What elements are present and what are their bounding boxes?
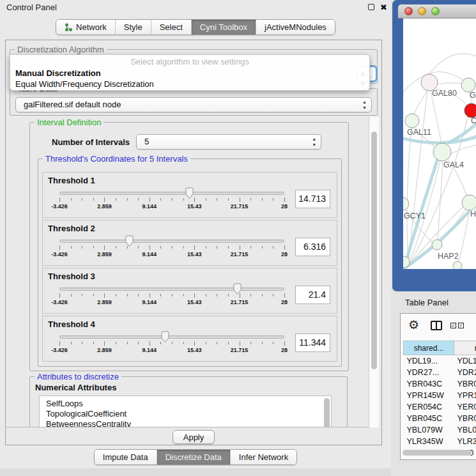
bottom-tab-impute-data[interactable]: Impute Data bbox=[95, 450, 157, 464]
table-row[interactable]: YBR043CYBR0 bbox=[404, 378, 476, 390]
slider-tick bbox=[59, 293, 60, 298]
column-header-2[interactable]: n bbox=[454, 341, 476, 355]
network-node-label: GA bbox=[470, 91, 476, 100]
slider-tick bbox=[194, 341, 195, 346]
network-window-titlebar[interactable] bbox=[398, 4, 476, 19]
table-row[interactable]: YDR27...YDR2 bbox=[404, 367, 476, 378]
slider-track[interactable] bbox=[59, 192, 284, 195]
slider-tick bbox=[250, 342, 251, 344]
horizontal-scrollbar[interactable] bbox=[403, 450, 474, 456]
bottom-tab-discretize-data[interactable]: Discretize Data bbox=[157, 450, 230, 464]
slider-tick bbox=[183, 246, 184, 249]
slider-tick bbox=[250, 294, 251, 296]
threshold-slider[interactable]: -3.4262.8599.14415.4321.71528 bbox=[59, 234, 284, 259]
threshold-slider[interactable]: -3.4262.8599.14415.4321.71528 bbox=[59, 282, 284, 307]
slider-track[interactable] bbox=[59, 335, 284, 339]
slider-tick bbox=[127, 246, 128, 249]
slider-tick bbox=[228, 198, 229, 201]
tab-network[interactable]: Network bbox=[56, 20, 115, 35]
attributes-list[interactable]: SelfLoopsTopologicalCoefficientBetweenne… bbox=[39, 395, 332, 427]
slider-tick bbox=[206, 198, 206, 201]
slider-tick-label: 15.43 bbox=[187, 203, 202, 210]
slider-tick-label: 28 bbox=[281, 347, 288, 353]
threshold-slider[interactable]: -3.4262.8599.14415.4321.71528 bbox=[59, 186, 284, 211]
table-cell: YBL079W bbox=[404, 424, 454, 436]
float-window-icon[interactable] bbox=[368, 4, 374, 10]
network-node-gal11[interactable] bbox=[405, 114, 419, 128]
slider-tick bbox=[262, 294, 263, 296]
network-node-hap2[interactable] bbox=[432, 240, 442, 250]
slider-track[interactable] bbox=[59, 288, 284, 291]
slider-tick bbox=[160, 198, 161, 201]
slider-tick bbox=[194, 197, 195, 202]
table-row[interactable]: YBR045CYBR0 bbox=[404, 413, 476, 424]
attribute-list-item[interactable]: SelfLoops bbox=[46, 399, 331, 409]
vertical-scrollbar-thumb[interactable] bbox=[371, 132, 377, 369]
network-edge[interactable] bbox=[431, 91, 441, 143]
tab-jactivemnodules[interactable]: jActiveMNodules bbox=[256, 20, 335, 35]
threshold-label: Threshold 2 bbox=[48, 224, 332, 233]
threshold-slider[interactable]: -3.4262.8599.14415.4321.71528 bbox=[59, 330, 284, 355]
apply-button[interactable]: Apply bbox=[173, 430, 215, 444]
slider-tick bbox=[284, 341, 285, 346]
slider-tick-label: -3.426 bbox=[51, 347, 68, 353]
threshold-value-field[interactable]: 21.4 bbox=[295, 286, 330, 304]
bottom-tab-infer-network[interactable]: Infer Network bbox=[230, 450, 296, 464]
slider-track[interactable] bbox=[59, 240, 284, 243]
threshold-value-field[interactable]: 14.713 bbox=[295, 190, 330, 208]
table-data-combo[interactable]: galFiltered.sif default node ▲▼ bbox=[15, 97, 372, 112]
split-columns-icon[interactable] bbox=[431, 321, 442, 330]
checkbox-icon[interactable]: ✓ bbox=[450, 323, 456, 328]
attributes-list-scrollbar[interactable] bbox=[324, 398, 330, 427]
table-row[interactable]: YER054CYER0 bbox=[404, 401, 476, 413]
table-row[interactable]: YLR345WYLR3 bbox=[404, 436, 476, 447]
slider-tick bbox=[160, 246, 161, 249]
table-cell: YBL0 bbox=[454, 424, 476, 436]
num-intervals-combo[interactable]: 5 ▲▼ bbox=[136, 134, 321, 150]
tab-select[interactable]: Select bbox=[151, 20, 191, 35]
network-node-c[interactable] bbox=[464, 104, 476, 118]
gear-icon[interactable]: ⚙ bbox=[408, 319, 419, 331]
close-traffic-light[interactable] bbox=[404, 7, 413, 15]
vertical-scrollbar[interactable] bbox=[369, 117, 379, 427]
attribute-list-item[interactable]: BetweennessCentrality bbox=[46, 419, 331, 427]
threshold-value-field[interactable]: 6.316 bbox=[295, 238, 330, 256]
network-window[interactable]: GAL80GACGAL11GAL4GCY1HHAP2 bbox=[392, 0, 476, 291]
slider-tick bbox=[116, 294, 116, 296]
checkbox-icon[interactable]: ✓ bbox=[458, 323, 464, 328]
dropdown-item[interactable]: Equal Width/Frequency Discretization bbox=[10, 79, 369, 89]
table-row[interactable]: YPR145WYPR1 bbox=[404, 390, 476, 401]
network-node[interactable] bbox=[453, 261, 462, 269]
network-canvas[interactable]: GAL80GACGAL11GAL4GCY1HHAP2 bbox=[403, 19, 476, 269]
dropdown-item[interactable]: Manual Discretization bbox=[10, 68, 369, 79]
slider-tick bbox=[273, 198, 273, 201]
network-node-h[interactable] bbox=[462, 195, 476, 210]
slider-tick-label: 21.715 bbox=[231, 251, 249, 257]
network-node-ga[interactable] bbox=[461, 78, 475, 92]
column-header-1[interactable]: shared... bbox=[404, 341, 454, 355]
slider-tick-label: 28 bbox=[281, 251, 288, 257]
slider-tick bbox=[138, 342, 139, 344]
control-panel-titlebar: Control Panel ✖ bbox=[0, 0, 391, 14]
close-icon[interactable]: ✖ bbox=[380, 3, 387, 12]
minimize-traffic-light[interactable] bbox=[418, 7, 426, 15]
network-edge[interactable] bbox=[429, 54, 476, 74]
threshold-value-field[interactable]: 11.344 bbox=[295, 334, 330, 352]
algorithm-dropdown: Select algorithm to view settings Manual… bbox=[10, 54, 370, 91]
network-node-label: HAP2 bbox=[438, 252, 459, 261]
table-data-value: galFiltered.sif default node bbox=[24, 100, 121, 109]
network-node-gcy1[interactable] bbox=[403, 197, 409, 210]
table-row[interactable]: YBL079WYBL0 bbox=[404, 424, 476, 436]
tab-cyni-toolbox[interactable]: Cyni Toolbox bbox=[191, 20, 256, 35]
table-cell: YDR2 bbox=[454, 367, 476, 378]
tab-style[interactable]: Style bbox=[115, 20, 151, 35]
network-edge[interactable] bbox=[437, 83, 462, 84]
slider-tick-label: 2.859 bbox=[97, 299, 112, 305]
attribute-list-item[interactable]: TopologicalCoefficient bbox=[46, 409, 331, 419]
bottom-tabbar: Impute DataDiscretize DataInfer Network bbox=[0, 449, 391, 465]
zoom-traffic-light[interactable] bbox=[431, 7, 440, 15]
slider-tick bbox=[138, 246, 139, 249]
table-row[interactable]: YDL19...YDL1 bbox=[404, 355, 476, 367]
network-node-gal4[interactable] bbox=[433, 143, 451, 161]
horizontal-scrollbar-thumb[interactable] bbox=[403, 450, 472, 456]
